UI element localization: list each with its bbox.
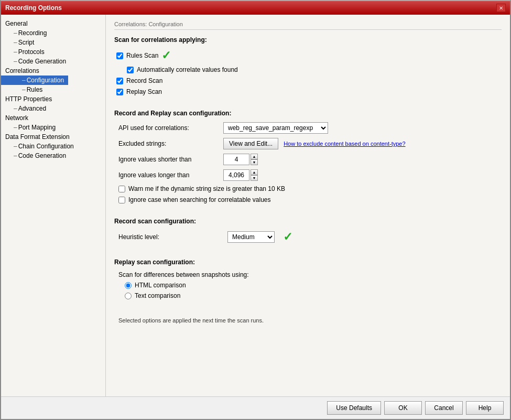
record-replay-header: Record and Replay scan configuration:: [114, 110, 502, 117]
auto-correlate-checkbox[interactable]: [127, 67, 134, 73]
main-content: General –Recording –Script –Protocols –C…: [1, 15, 510, 396]
ignore-shorter-input[interactable]: [223, 154, 249, 165]
scan-diff-label: Scan for differences between snapshots u…: [118, 271, 249, 278]
ignore-longer-spinner-buttons: ▲ ▼: [251, 169, 258, 181]
rules-scan-row: Rules Scan ✓: [116, 49, 502, 62]
excluded-help-link[interactable]: How to exclude content based on content-…: [284, 141, 405, 147]
sidebar-item-code-generation-data[interactable]: –Code Generation: [1, 151, 105, 160]
record-scan-row: Record Scan: [116, 77, 502, 84]
sidebar-item-general[interactable]: General: [1, 19, 105, 28]
ignore-shorter-up-button[interactable]: ▲: [251, 154, 258, 159]
rules-scan-label: Rules Scan: [126, 52, 158, 59]
rules-scan-checkmark-icon: ✓: [161, 49, 171, 62]
ignore-case-checkbox[interactable]: [118, 197, 125, 203]
sidebar: General –Recording –Script –Protocols –C…: [1, 15, 106, 396]
rules-scan-checkbox[interactable]: [116, 52, 123, 59]
view-and-edit-button[interactable]: View and Edit...: [223, 138, 278, 149]
text-comparison-radio[interactable]: [125, 293, 132, 299]
scan-section-header: Scan for correlations applying:: [114, 36, 502, 44]
content-panel: Correlations: Configuration Scan for cor…: [106, 15, 510, 396]
warn-checkbox[interactable]: [118, 186, 125, 192]
ignore-longer-row: Ignore values longer than ▲ ▼: [114, 169, 502, 181]
warn-label: Warn me if the dynamic string size is gr…: [128, 185, 285, 192]
record-scan-checkbox[interactable]: [116, 78, 123, 84]
excluded-label: Excluded strings:: [118, 140, 223, 147]
replay-scan-label: Replay Scan: [126, 88, 162, 95]
sidebar-item-recording[interactable]: –Recording: [1, 28, 105, 38]
sidebar-item-code-generation-general[interactable]: –Code Generation: [1, 57, 105, 66]
ignore-shorter-down-button[interactable]: ▼: [251, 159, 258, 165]
cancel-button[interactable]: Cancel: [425, 401, 463, 415]
replay-scan-checkbox[interactable]: [116, 89, 123, 95]
sidebar-item-advanced[interactable]: –Advanced: [1, 104, 105, 113]
excluded-row: Excluded strings: View and Edit... How t…: [114, 138, 502, 149]
api-select[interactable]: web_reg_save_param_regexp web_reg_save_p…: [223, 122, 328, 134]
html-comparison-radio[interactable]: [125, 282, 132, 289]
panel-title: Correlations: Configuration: [114, 21, 502, 30]
ignore-case-label: Ignore case when searching for correlata…: [128, 196, 271, 203]
auto-correlate-label: Automatically correlate values found: [137, 66, 238, 73]
auto-correlate-row: Automatically correlate values found: [127, 66, 502, 73]
footer-note: Selected options are applied the next ti…: [114, 317, 502, 324]
sidebar-item-configuration[interactable]: –Configuration: [1, 76, 68, 85]
use-defaults-button[interactable]: Use Defaults: [327, 401, 381, 415]
heuristic-row: Heuristic level: Low Medium High ✓: [114, 230, 502, 244]
replay-scan-row: Replay Scan: [116, 88, 502, 95]
warn-row: Warn me if the dynamic string size is gr…: [118, 185, 502, 192]
sidebar-item-chain-configuration[interactable]: –Chain Configuration: [1, 142, 105, 151]
html-comparison-label: HTML comparison: [135, 282, 186, 289]
record-scan-config-header: Record scan configuration:: [114, 218, 502, 225]
help-button[interactable]: Help: [466, 401, 504, 415]
ignore-shorter-label: Ignore values shorter than: [118, 156, 223, 163]
recording-options-window: Recording Options ✕ General –Recording –…: [0, 0, 511, 420]
ignore-shorter-row: Ignore values shorter than ▲ ▼: [114, 154, 502, 165]
sidebar-item-correlations[interactable]: Correlations: [1, 66, 105, 76]
ignore-longer-label: Ignore values longer than: [118, 171, 223, 179]
ok-button[interactable]: OK: [384, 401, 422, 415]
heuristic-label: Heuristic level:: [118, 233, 223, 241]
ignore-longer-input[interactable]: [223, 169, 249, 181]
sidebar-item-port-mapping[interactable]: –Port Mapping: [1, 123, 105, 132]
heuristic-checkmark-icon: ✓: [283, 230, 292, 244]
sidebar-item-script[interactable]: –Script: [1, 38, 105, 47]
record-scan-label: Record Scan: [126, 77, 162, 84]
ignore-longer-down-button[interactable]: ▼: [251, 175, 258, 181]
ignore-longer-spinner: ▲ ▼: [223, 169, 258, 181]
ignore-case-row: Ignore case when searching for correlata…: [118, 196, 502, 203]
close-button[interactable]: ✕: [496, 4, 506, 12]
sidebar-item-rules[interactable]: –Rules: [1, 85, 105, 94]
api-row: API used for correlations: web_reg_save_…: [114, 122, 502, 134]
api-label: API used for correlations:: [118, 124, 223, 132]
sidebar-item-data-format[interactable]: Data Format Extension: [1, 132, 105, 142]
bottom-bar: Use Defaults OK Cancel Help: [1, 396, 510, 419]
title-bar: Recording Options ✕: [1, 1, 510, 15]
window-title: Recording Options: [5, 4, 62, 12]
text-comparison-row: Text comparison: [125, 292, 502, 299]
ignore-longer-up-button[interactable]: ▲: [251, 169, 258, 175]
heuristic-select[interactable]: Low Medium High: [227, 231, 275, 243]
sidebar-item-protocols[interactable]: –Protocols: [1, 47, 105, 57]
html-comparison-row: HTML comparison: [125, 282, 502, 289]
replay-scan-config-header: Replay scan configuration:: [114, 259, 502, 266]
sidebar-item-network[interactable]: Network: [1, 113, 105, 123]
ignore-shorter-spinner-buttons: ▲ ▼: [251, 154, 258, 165]
sidebar-item-http-properties[interactable]: HTTP Properties: [1, 94, 105, 104]
ignore-shorter-spinner: ▲ ▼: [223, 154, 258, 165]
text-comparison-label: Text comparison: [135, 292, 180, 299]
